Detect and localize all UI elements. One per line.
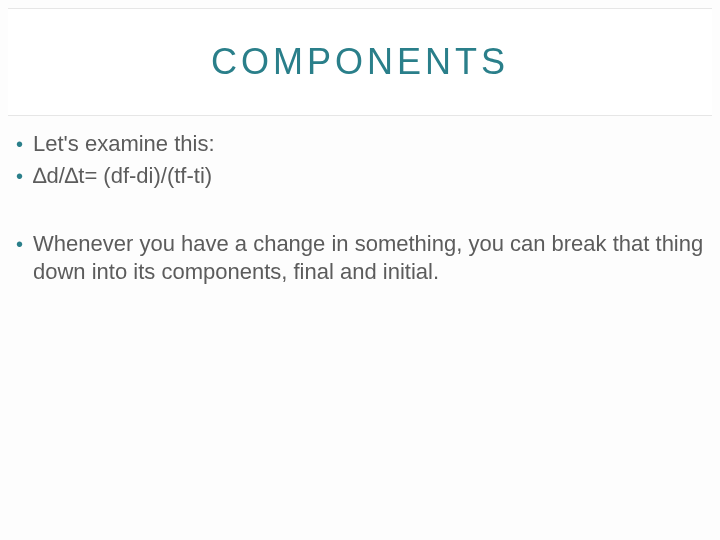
- bullet-text: Whenever you have a change in something,…: [33, 230, 706, 285]
- bullet-text: ∆d/∆t= (df-di)/(tf-ti): [33, 162, 706, 190]
- bullet-item: • ∆d/∆t= (df-di)/(tf-ti): [14, 162, 706, 190]
- slide: COMPONENTS • Let's examine this: • ∆d/∆t…: [0, 0, 720, 540]
- bullet-dot-icon: •: [16, 230, 23, 258]
- slide-title: COMPONENTS: [211, 41, 509, 83]
- bullet-item: • Let's examine this:: [14, 130, 706, 158]
- spacer: [14, 194, 706, 230]
- bullet-item: • Whenever you have a change in somethin…: [14, 230, 706, 285]
- bullet-dot-icon: •: [16, 162, 23, 190]
- title-band: COMPONENTS: [8, 8, 712, 116]
- bullet-text: Let's examine this:: [33, 130, 706, 158]
- bullet-dot-icon: •: [16, 130, 23, 158]
- slide-body: • Let's examine this: • ∆d/∆t= (df-di)/(…: [14, 130, 706, 289]
